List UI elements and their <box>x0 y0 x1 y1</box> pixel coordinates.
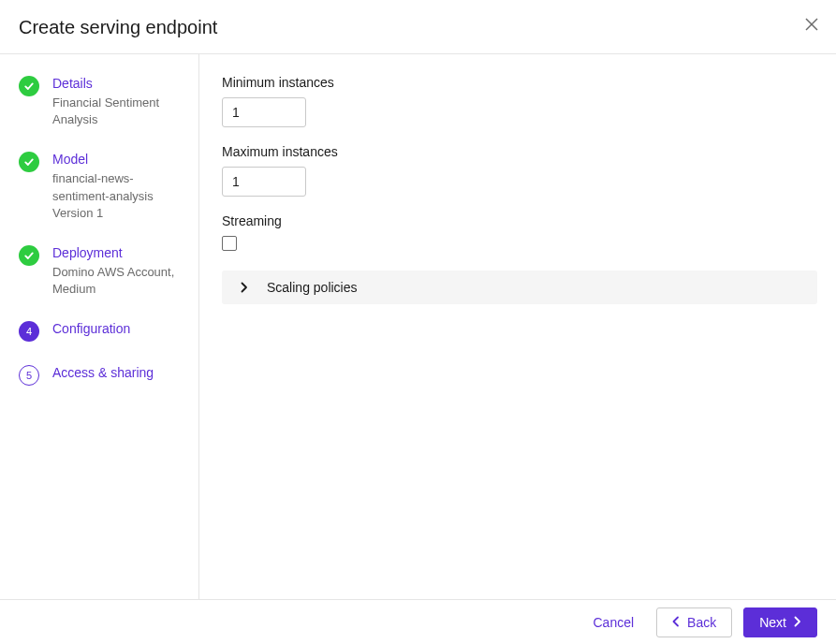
step-info: Details Financial Sentiment Analysis <box>52 75 187 128</box>
wizard-sidebar: Details Financial Sentiment Analysis Mod… <box>0 54 199 599</box>
step-deployment[interactable]: Deployment Domino AWS Account, Medium <box>19 244 187 298</box>
page-title: Create serving endpoint <box>19 17 217 38</box>
step-title[interactable]: Configuration <box>52 321 187 336</box>
max-instances-field: Maximum instances <box>222 144 817 197</box>
scaling-policies-accordion[interactable]: Scaling policies <box>222 271 817 304</box>
step-configuration[interactable]: 4 Configuration <box>19 320 187 342</box>
chevron-right-icon <box>241 282 248 293</box>
next-button-label: Next <box>759 615 786 630</box>
step-subtitle: financial-news-sentiment-analysis Versio… <box>52 170 187 222</box>
back-button-label: Back <box>687 615 716 630</box>
step-subtitle: Domino AWS Account, Medium <box>52 264 187 298</box>
streaming-checkbox[interactable] <box>222 236 237 251</box>
check-icon <box>19 76 39 96</box>
step-access-sharing[interactable]: 5 Access & sharing <box>19 364 187 386</box>
step-info: Model financial-news-sentiment-analysis … <box>52 151 187 222</box>
dialog-footer: Cancel Back Next <box>0 599 836 644</box>
min-instances-label: Minimum instances <box>222 75 817 90</box>
check-icon <box>19 245 39 266</box>
step-title[interactable]: Access & sharing <box>52 365 187 380</box>
step-model[interactable]: Model financial-news-sentiment-analysis … <box>19 151 187 222</box>
streaming-field: Streaming <box>222 213 817 254</box>
dialog-header: Create serving endpoint <box>0 0 836 54</box>
step-info: Deployment Domino AWS Account, Medium <box>52 244 187 298</box>
min-instances-input[interactable] <box>222 97 306 127</box>
streaming-label: Streaming <box>222 213 817 228</box>
close-icon <box>804 21 819 35</box>
chevron-left-icon <box>672 615 680 630</box>
step-details[interactable]: Details Financial Sentiment Analysis <box>19 75 187 128</box>
min-instances-field: Minimum instances <box>222 75 817 127</box>
step-title[interactable]: Model <box>52 152 187 167</box>
close-button[interactable] <box>800 13 823 38</box>
cancel-button[interactable]: Cancel <box>581 609 645 636</box>
step-number-icon: 4 <box>19 321 39 342</box>
check-icon <box>19 152 39 172</box>
step-title[interactable]: Details <box>52 76 187 91</box>
next-button[interactable]: Next <box>743 607 817 637</box>
step-number-icon: 5 <box>19 365 39 386</box>
step-info: Access & sharing <box>52 364 187 384</box>
step-title[interactable]: Deployment <box>52 245 187 260</box>
step-info: Configuration <box>52 320 187 340</box>
chevron-right-icon <box>794 615 801 630</box>
max-instances-label: Maximum instances <box>222 144 817 159</box>
step-subtitle: Financial Sentiment Analysis <box>52 95 187 128</box>
scaling-policies-label: Scaling policies <box>267 280 358 295</box>
dialog-body: Details Financial Sentiment Analysis Mod… <box>0 54 836 599</box>
max-instances-input[interactable] <box>222 167 306 197</box>
back-button[interactable]: Back <box>656 607 732 637</box>
configuration-panel: Minimum instances Maximum instances Stre… <box>199 54 836 599</box>
